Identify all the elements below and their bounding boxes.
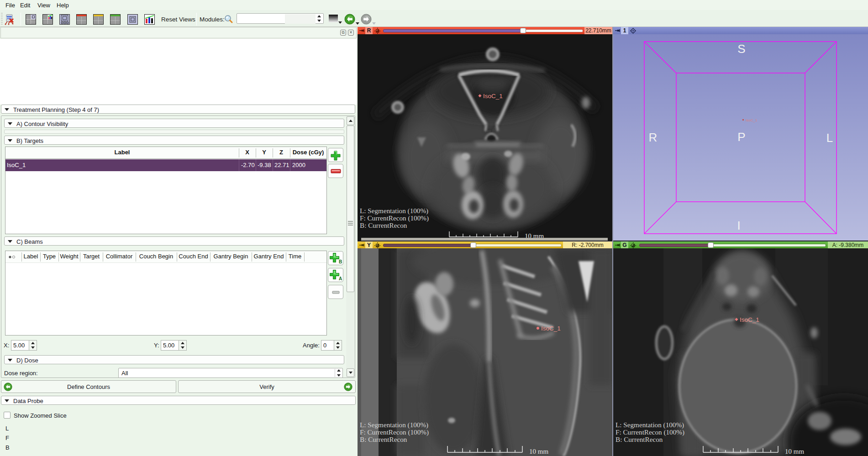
svg-text:L: L — [826, 131, 833, 145]
svg-text:P: P — [737, 130, 745, 144]
svg-text:S: S — [737, 42, 745, 56]
svg-text:MRML: MRML — [6, 16, 13, 19]
svg-text:10 mm: 10 mm — [529, 448, 548, 455]
svg-text:IsoC_1: IsoC_1 — [746, 118, 758, 122]
svg-text:IsoC_1: IsoC_1 — [740, 316, 759, 323]
svg-text:IsoC_1: IsoC_1 — [483, 93, 503, 100]
svg-text:R: R — [649, 131, 658, 144]
svg-text:IsoC_1: IsoC_1 — [541, 325, 561, 332]
svg-text:I: I — [737, 219, 740, 232]
svg-text:A: A — [339, 276, 342, 281]
svg-text:B: CurrentRecon: B: CurrentRecon — [360, 435, 407, 443]
svg-text:B: CurrentRecon: B: CurrentRecon — [615, 435, 663, 443]
svg-text:B: B — [339, 259, 342, 264]
svg-text:10 mm: 10 mm — [785, 448, 804, 455]
svg-text:B: CurrentRecon: B: CurrentRecon — [360, 221, 407, 229]
